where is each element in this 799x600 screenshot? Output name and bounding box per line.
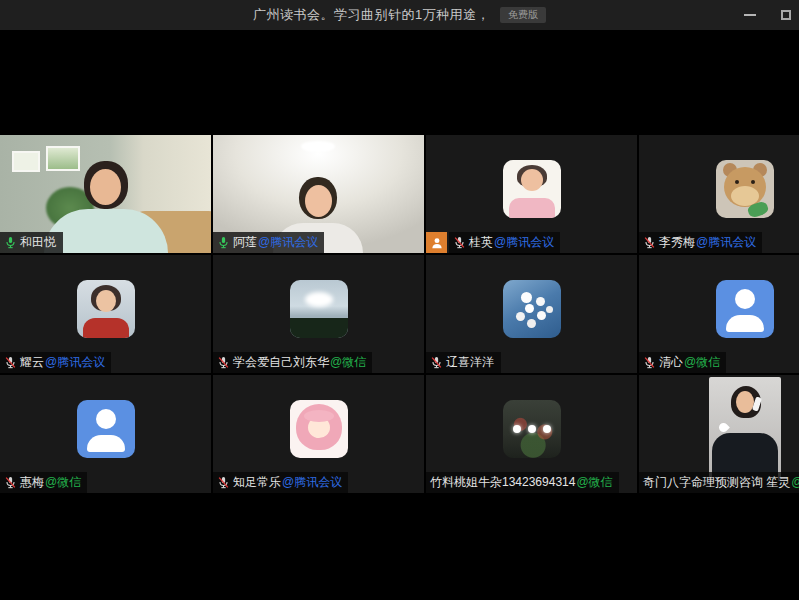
platform-tag: @微信 xyxy=(45,474,81,491)
participant-name: 李秀梅 xyxy=(659,234,695,251)
titlebar: 广州读书会。学习曲别针的1万种用途， 免费版 xyxy=(0,0,799,30)
name-label: 清心 @微信 xyxy=(639,352,726,373)
avatar xyxy=(503,160,561,218)
mic-muted-icon xyxy=(217,356,230,369)
participant-name: 奇门八字命理预测咨询 笙灵 xyxy=(643,474,790,491)
platform-tag: @腾讯会议 xyxy=(258,234,318,251)
name-label: 学会爱自己刘东华 @微信 xyxy=(213,352,372,373)
name-label: 和田悦 xyxy=(0,232,63,253)
name-label: 奇门八字命理预测咨询 笙灵 @微信 xyxy=(639,472,799,493)
meeting-window: 广州读书会。学习曲别针的1万种用途， 免费版 xyxy=(0,0,799,600)
maximize-button[interactable] xyxy=(775,4,797,26)
name-label: 惠梅 @微信 xyxy=(0,472,87,493)
avatar xyxy=(716,160,774,218)
participant-name: 桂英 xyxy=(469,234,493,251)
mic-on-icon xyxy=(217,236,230,249)
mic-on-icon xyxy=(4,236,17,249)
video-grid: 和田悦 阿莲 @腾讯会议 xyxy=(0,135,799,493)
participant-tile-yaoyun[interactable]: 耀云 @腾讯会议 xyxy=(0,255,211,373)
host-badge-icon xyxy=(426,232,447,253)
participant-tile-zhizuchangle[interactable]: 知足常乐 @腾讯会议 xyxy=(213,375,424,493)
wall-art xyxy=(12,151,40,172)
person-face xyxy=(90,169,121,205)
participant-name: 学会爱自己刘东华 xyxy=(233,354,329,371)
loading-dots-icon xyxy=(503,400,561,458)
participant-name: 和田悦 xyxy=(20,234,56,251)
mic-muted-icon xyxy=(430,356,443,369)
participant-name: 惠梅 xyxy=(20,474,44,491)
platform-tag: @微信 xyxy=(791,474,799,491)
platform-tag: @腾讯会议 xyxy=(696,234,756,251)
name-label: 竹料桃姐牛杂13423694314 @微信 xyxy=(426,472,619,493)
person-face xyxy=(305,185,332,217)
avatar xyxy=(503,400,561,458)
ceiling-light xyxy=(301,141,335,152)
participant-tile-hetianyue[interactable]: 和田悦 xyxy=(0,135,211,253)
participant-tile-alian[interactable]: 阿莲 @腾讯会议 xyxy=(213,135,424,253)
participant-tile-guiying[interactable]: 桂英 @腾讯会议 xyxy=(426,135,637,253)
participant-name: 辽喜洋洋 xyxy=(446,354,494,371)
name-label: 阿莲 @腾讯会议 xyxy=(213,232,324,253)
mic-muted-icon xyxy=(4,476,17,489)
participant-tile-liudonghua[interactable]: 学会爱自己刘东华 @微信 xyxy=(213,255,424,373)
minimize-button[interactable] xyxy=(739,4,761,26)
name-label: 知足常乐 @腾讯会议 xyxy=(213,472,348,493)
mic-muted-icon xyxy=(643,356,656,369)
mic-muted-icon xyxy=(217,476,230,489)
minimize-icon xyxy=(744,14,756,16)
participant-tile-qingxin[interactable]: 清心 @微信 xyxy=(639,255,799,373)
mic-muted-icon xyxy=(453,236,466,249)
participant-name: 知足常乐 xyxy=(233,474,281,491)
participant-tile-huimei[interactable]: 惠梅 @微信 xyxy=(0,375,211,493)
handset-icon xyxy=(717,421,730,434)
avatar xyxy=(77,280,135,338)
avatar xyxy=(77,400,135,458)
participant-tile-zhuliao[interactable]: 竹料桃姐牛杂13423694314 @微信 xyxy=(426,375,637,493)
wall-art xyxy=(46,146,80,171)
platform-tag: @微信 xyxy=(684,354,720,371)
avatar xyxy=(290,280,348,338)
avatar xyxy=(716,280,774,338)
platform-tag: @微信 xyxy=(330,354,366,371)
platform-tag: @腾讯会议 xyxy=(494,234,554,251)
name-label: 辽喜洋洋 xyxy=(426,352,501,373)
participant-name: 阿莲 xyxy=(233,234,257,251)
participant-tile-shengling[interactable]: 奇门八字命理预测咨询 笙灵 @微信 xyxy=(639,375,799,493)
maximize-icon xyxy=(781,10,791,20)
window-controls xyxy=(739,0,797,30)
name-label: 李秀梅 @腾讯会议 xyxy=(639,232,762,253)
platform-tag: @微信 xyxy=(576,474,612,491)
platform-tag: @腾讯会议 xyxy=(282,474,342,491)
mic-muted-icon xyxy=(643,236,656,249)
participant-name: 竹料桃姐牛杂13423694314 xyxy=(430,474,575,491)
free-version-badge[interactable]: 免费版 xyxy=(500,7,546,23)
name-label: 桂英 @腾讯会议 xyxy=(449,232,560,253)
participant-tile-lixiumei[interactable]: 李秀梅 @腾讯会议 xyxy=(639,135,799,253)
mic-muted-icon xyxy=(4,356,17,369)
avatar xyxy=(290,400,348,458)
participant-name: 清心 xyxy=(659,354,683,371)
name-label: 耀云 @腾讯会议 xyxy=(0,352,111,373)
portrait-photo xyxy=(709,377,781,481)
participant-name: 耀云 xyxy=(20,354,44,371)
participant-tile-liaoxiyangyang[interactable]: 辽喜洋洋 xyxy=(426,255,637,373)
platform-tag: @腾讯会议 xyxy=(45,354,105,371)
meeting-title: 广州读书会。学习曲别针的1万种用途， xyxy=(253,6,490,24)
avatar xyxy=(503,280,561,338)
